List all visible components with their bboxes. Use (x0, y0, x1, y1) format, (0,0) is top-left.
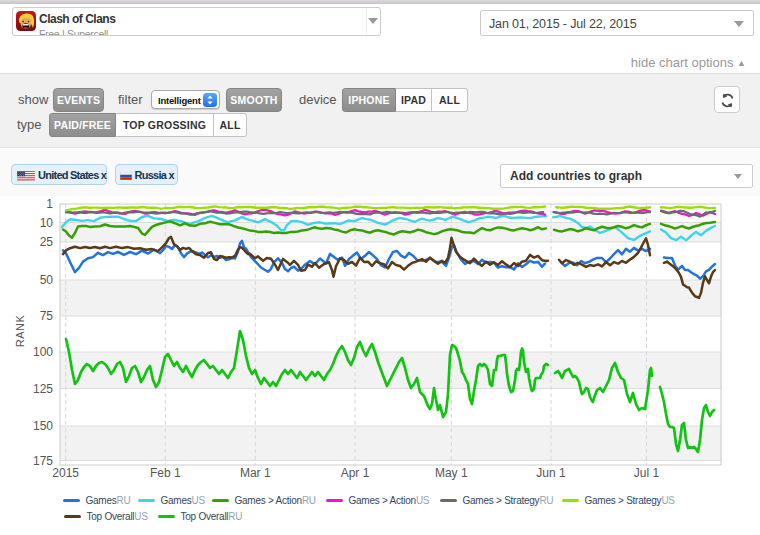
svg-text:175: 175 (33, 454, 53, 468)
svg-text:125: 125 (33, 382, 53, 396)
svg-text:150: 150 (33, 419, 53, 433)
svg-text:May 1: May 1 (435, 466, 468, 480)
svg-text:50: 50 (40, 273, 54, 287)
svg-text:Jun 1: Jun 1 (536, 466, 566, 480)
svg-text:Jul 1: Jul 1 (634, 466, 660, 480)
svg-text:Apr 1: Apr 1 (341, 466, 370, 480)
svg-text:25: 25 (40, 235, 54, 249)
svg-text:RANK: RANK (14, 315, 26, 348)
svg-text:2015: 2015 (52, 466, 79, 480)
svg-text:Feb 1: Feb 1 (150, 466, 181, 480)
svg-text:Mar 1: Mar 1 (240, 466, 271, 480)
svg-text:100: 100 (33, 345, 53, 359)
svg-text:75: 75 (40, 309, 54, 323)
svg-text:10: 10 (40, 216, 54, 230)
svg-text:1: 1 (46, 197, 53, 211)
